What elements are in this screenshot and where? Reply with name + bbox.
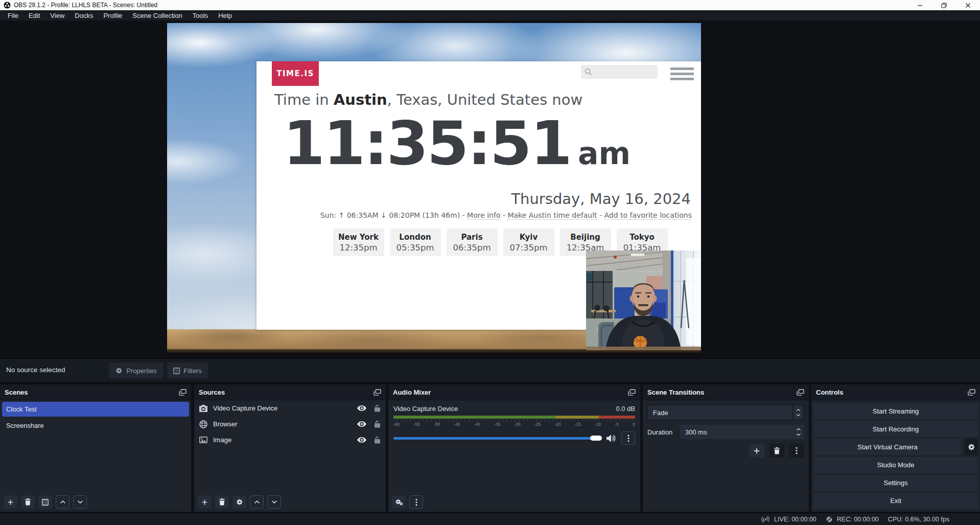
volume-slider-track[interactable] bbox=[393, 437, 602, 440]
trash-icon bbox=[25, 498, 31, 506]
controls-panel: Controls Start Streaming Start Recording… bbox=[811, 384, 980, 512]
record-inactive-icon bbox=[826, 516, 833, 523]
chevron-down-icon bbox=[796, 414, 801, 417]
visibility-eye-icon[interactable] bbox=[357, 437, 366, 443]
remove-transition-button[interactable] bbox=[769, 444, 784, 458]
gear-icon bbox=[115, 367, 123, 374]
live-status: LIVE: 00:00:00 bbox=[761, 516, 816, 523]
settings-button[interactable]: Settings bbox=[813, 475, 978, 491]
search-icon bbox=[585, 68, 592, 76]
close-button[interactable] bbox=[956, 0, 980, 10]
scene-filters-button[interactable] bbox=[38, 495, 52, 509]
remove-source-button[interactable] bbox=[215, 495, 229, 509]
dock-panels: Scenes Clock Test Screenshare Sources Vi… bbox=[0, 382, 980, 513]
popout-icon[interactable] bbox=[968, 389, 975, 396]
volume-meter-ticks: -60-55-50-45-40-35-30-25-20-15-10-50 bbox=[393, 422, 635, 427]
menu-bar: File Edit View Docks Profile Scene Colle… bbox=[0, 10, 980, 20]
combo-arrows[interactable] bbox=[792, 405, 804, 420]
filters-button[interactable]: Filters bbox=[167, 362, 208, 379]
source-item-image[interactable]: Image bbox=[194, 432, 386, 448]
transition-select[interactable]: Fade bbox=[647, 405, 804, 420]
no-source-status: No source selected bbox=[6, 366, 65, 374]
mixer-db-value: 0.0 dB bbox=[616, 405, 635, 413]
speaker-icon[interactable] bbox=[606, 435, 616, 442]
start-streaming-button[interactable]: Start Streaming bbox=[813, 403, 978, 419]
lock-icon[interactable] bbox=[374, 420, 381, 428]
menu-file[interactable]: File bbox=[3, 11, 24, 20]
menu-scene-collection[interactable]: Scene Collection bbox=[127, 11, 188, 20]
status-bar: LIVE: 00:00:00 REC: 00:00:00 CPU: 0.6%, … bbox=[0, 513, 980, 525]
visibility-eye-icon[interactable] bbox=[357, 421, 366, 427]
remove-scene-button[interactable] bbox=[21, 495, 35, 509]
lock-icon[interactable] bbox=[374, 436, 381, 444]
source-properties-button[interactable] bbox=[232, 495, 246, 509]
chevron-down-icon bbox=[271, 500, 277, 504]
lock-icon[interactable] bbox=[374, 404, 381, 412]
title-bar: OBS 29.1.2 - Profile: LLHLS BETA - Scene… bbox=[0, 0, 980, 10]
volume-meter-tickmarks bbox=[393, 420, 635, 421]
popout-icon[interactable] bbox=[797, 389, 804, 396]
minimize-button[interactable] bbox=[908, 0, 932, 10]
spinner-arrows[interactable] bbox=[793, 428, 804, 436]
timeis-sun-line: Sun: ↑ 06:35AM ↓ 08:20PM (13h 46m) - Mor… bbox=[320, 211, 692, 219]
transition-properties-button[interactable] bbox=[789, 444, 804, 458]
source-item-browser[interactable]: Browser bbox=[194, 416, 386, 432]
popout-icon[interactable] bbox=[628, 389, 636, 396]
scene-move-down-button[interactable] bbox=[73, 495, 87, 509]
dots-vertical-icon bbox=[796, 447, 798, 454]
menu-profile[interactable]: Profile bbox=[98, 11, 127, 20]
link-make-default: Make Austin time default bbox=[507, 211, 597, 220]
scene-item-clock-test[interactable]: Clock Test bbox=[2, 402, 189, 417]
timeis-date: Thursday, May 16, 2024 bbox=[511, 190, 691, 208]
stream-inactive-icon bbox=[761, 516, 770, 523]
double-gear-icon bbox=[395, 498, 403, 506]
mixer-menu-button[interactable] bbox=[409, 495, 423, 509]
hamburger-menu-icon bbox=[670, 67, 694, 80]
chevron-up-icon bbox=[60, 500, 66, 504]
studio-mode-button[interactable]: Studio Mode bbox=[813, 457, 978, 473]
popout-icon[interactable] bbox=[179, 389, 186, 396]
add-scene-button[interactable] bbox=[4, 495, 17, 509]
timeis-clock: 11:35:51 am bbox=[283, 110, 631, 177]
start-recording-button[interactable]: Start Recording bbox=[813, 421, 978, 437]
chevron-up-icon bbox=[254, 500, 260, 504]
controls-title: Controls bbox=[816, 389, 968, 396]
add-transition-button[interactable] bbox=[749, 444, 764, 458]
chevron-up-icon bbox=[796, 408, 801, 412]
menu-edit[interactable]: Edit bbox=[24, 11, 45, 20]
timeis-search-box bbox=[581, 65, 658, 79]
menu-view[interactable]: View bbox=[45, 11, 69, 20]
menu-tools[interactable]: Tools bbox=[188, 11, 213, 20]
globe-icon bbox=[199, 420, 208, 428]
volume-meter bbox=[393, 416, 635, 419]
scene-item-screenshare[interactable]: Screenshare bbox=[2, 418, 189, 433]
source-move-down-button[interactable] bbox=[267, 495, 281, 509]
menu-help[interactable]: Help bbox=[213, 11, 237, 20]
camera-icon bbox=[199, 404, 208, 413]
source-item-video-capture[interactable]: Video Capture Device bbox=[194, 400, 386, 416]
preview-canvas[interactable]: TIME.IS Time in Austin, Texas, United St… bbox=[167, 23, 701, 353]
rec-status: REC: 00:00:00 bbox=[826, 516, 879, 523]
add-source-button[interactable] bbox=[198, 495, 212, 509]
popout-icon[interactable] bbox=[374, 389, 381, 396]
gear-icon bbox=[236, 498, 243, 506]
restore-button[interactable] bbox=[932, 0, 956, 10]
transitions-title: Scene Transitions bbox=[647, 389, 797, 396]
menu-docks[interactable]: Docks bbox=[69, 11, 98, 20]
city-box-kyiv: Kyiv07:35pm bbox=[503, 229, 554, 256]
source-move-up-button[interactable] bbox=[250, 495, 264, 509]
duration-spinner[interactable]: 300 ms bbox=[680, 425, 804, 439]
mixer-channel-menu-button[interactable] bbox=[621, 431, 635, 445]
properties-button[interactable]: Properties bbox=[109, 362, 164, 379]
advanced-audio-button[interactable] bbox=[392, 495, 406, 509]
image-icon bbox=[199, 436, 208, 444]
exit-button[interactable]: Exit bbox=[813, 493, 978, 509]
virtual-camera-config-button[interactable] bbox=[965, 439, 978, 455]
scene-move-up-button[interactable] bbox=[56, 495, 69, 509]
visibility-eye-icon[interactable] bbox=[357, 405, 366, 411]
volume-slider[interactable] bbox=[393, 436, 602, 441]
filter-icon bbox=[173, 368, 180, 374]
start-virtual-camera-button[interactable]: Start Virtual Camera bbox=[813, 439, 962, 455]
mixer-channel-label: Video Capture Device bbox=[393, 405, 458, 413]
volume-slider-handle[interactable] bbox=[590, 436, 602, 441]
